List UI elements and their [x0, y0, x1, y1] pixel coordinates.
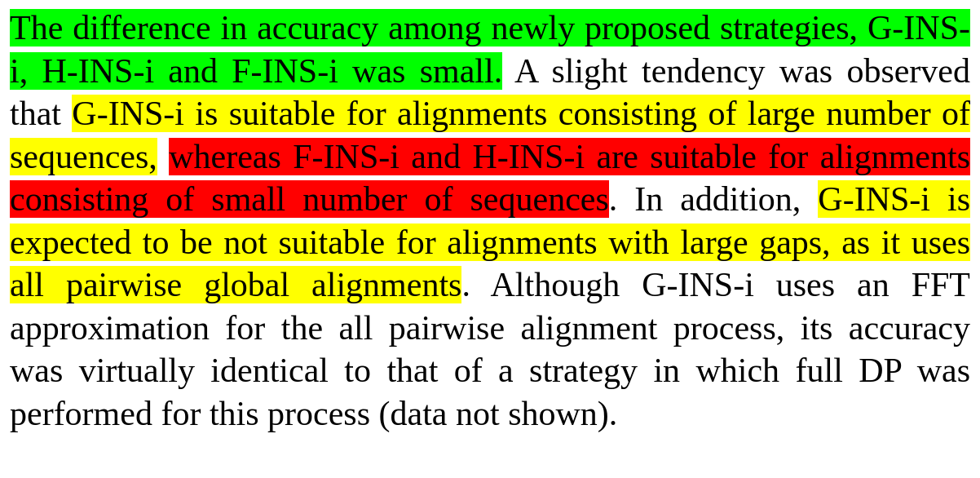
segment-4	[157, 138, 169, 175]
segment-6: . In addition,	[609, 180, 819, 218]
text-container: The difference in accuracy among newly p…	[0, 0, 980, 441]
